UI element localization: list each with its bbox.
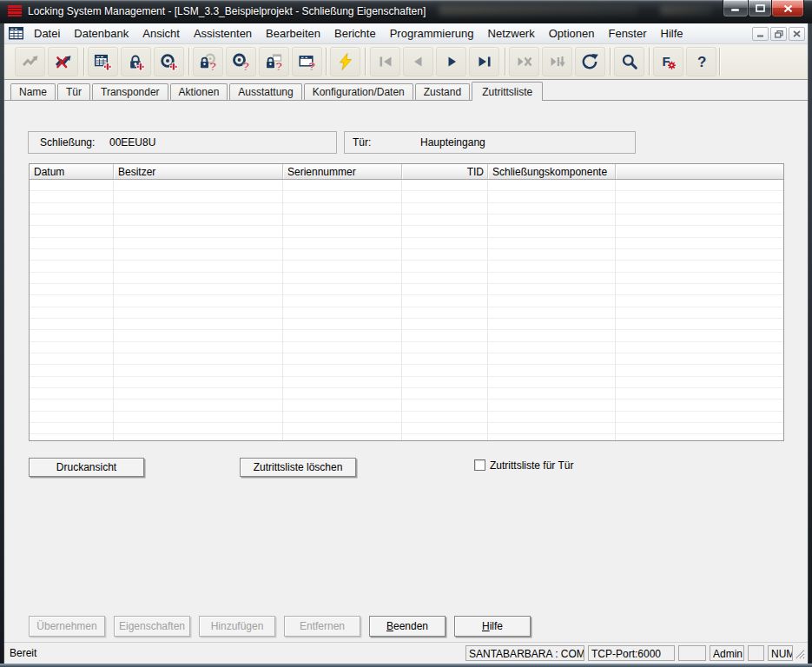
svg-text:?: ? [209,59,216,71]
next-record-icon [443,53,460,70]
tab-transponder[interactable]: Transponder [92,83,168,100]
last-record-icon [476,53,493,70]
menu-netzwerk[interactable]: Netzwerk [481,24,542,43]
read-lock-button[interactable]: ? [193,47,223,76]
status-ready: Bereit [10,647,36,659]
maximize-button[interactable] [748,0,772,17]
door-field: Tür: Haupteingang [344,131,636,154]
read-dialog-icon: ? [298,53,316,71]
new-transponder-button[interactable] [154,47,184,76]
new-lock-button[interactable] [121,47,151,76]
toolbar: ? ? ? ? [4,44,808,80]
delete-access-list-button[interactable]: Zutrittsliste löschen [240,458,356,477]
add-button: Hinzufügen [199,616,275,637]
close-icon [783,4,793,13]
lock-field: Schließung: 00EEU8U [28,131,337,154]
search-icon [621,53,638,70]
door-field-value: Haupteingang [420,136,485,149]
column-header-seriennummer[interactable]: Seriennummer [283,164,402,179]
menu-bar: Datei Datenbank Ansicht Assistenten Bear… [4,23,808,44]
column-header-schliessungskomponente[interactable]: Schließungskomponente [488,164,616,179]
column-header-datum[interactable]: Datum [30,164,114,179]
mdi-close-button[interactable] [789,27,805,41]
tab-name[interactable]: Name [10,83,56,100]
menu-hilfe[interactable]: Hilfe [654,24,690,43]
tab-ausstattung[interactable]: Ausstattung [229,83,301,100]
properties-button: Eigenschaften [114,616,190,637]
svg-text:?: ? [308,59,315,71]
save-record-button [542,47,572,76]
read-transponder-button[interactable]: ? [226,47,256,76]
previous-record-icon [410,53,427,70]
mdi-system-menu-icon[interactable] [9,27,23,40]
menu-datenbank[interactable]: Datenbank [67,24,135,43]
resize-grip[interactable] [794,648,805,659]
logout-button[interactable] [48,47,78,76]
column-header-empty[interactable] [616,164,783,179]
tab-zustand[interactable]: Zustand [415,83,470,100]
read-transponder-icon: ? [232,53,250,71]
minimize-icon [731,4,740,12]
status-server-com-port: SANTABARBARA : COM9 [465,645,584,661]
login-icon [22,53,39,70]
new-locking-system-button[interactable] [88,47,118,76]
help-icon: ? [693,53,710,70]
filter-settings-button[interactable]: F [653,47,683,76]
tab-zutrittsliste[interactable]: Zutrittsliste [472,82,543,101]
tab-tuer[interactable]: Tür [57,83,90,100]
program-button[interactable] [330,47,360,76]
menu-bearbeiten[interactable]: Bearbeiten [259,24,327,43]
mdi-minimize-button[interactable] [752,27,769,41]
access-list-for-door-checkbox[interactable] [474,459,485,471]
filter-settings-icon: F [660,53,677,70]
print-view-button[interactable]: Druckansicht [29,458,144,477]
maximize-icon [756,4,765,12]
read-lock-data-button[interactable]: ? [259,47,289,76]
menu-programmierung[interactable]: Programmierung [383,24,481,43]
glass-reflection [439,5,638,16]
quit-button[interactable]: Beenden [369,616,446,637]
remove-button: Entfernen [284,616,360,637]
read-dialog-button[interactable]: ? [292,47,322,76]
refresh-button[interactable] [575,47,605,76]
svg-text:F: F [662,54,670,69]
column-header-besitzer[interactable]: Besitzer [114,164,283,179]
read-lock-icon: ? [199,53,217,71]
window-title: Locking System Management - [LSM_3.3_Bei… [28,5,426,17]
access-list-table: Datum Besitzer Seriennummer TID Schließu… [29,163,784,441]
window-frame-bottom [0,664,812,667]
new-locking-system-icon [94,53,112,71]
close-button[interactable] [771,0,804,17]
first-record-icon [377,53,394,70]
door-field-label: Tür: [353,136,420,149]
menu-datei[interactable]: Datei [27,24,67,43]
tab-konfiguration-daten[interactable]: Konfiguration/Daten [304,83,413,100]
status-user: Admin [710,645,744,661]
menu-ansicht[interactable]: Ansicht [135,24,187,43]
lock-field-value: 00EEU8U [109,136,155,149]
search-button[interactable] [614,47,644,76]
logout-icon [55,53,72,70]
help-button[interactable]: ? [686,47,716,76]
previous-record-button [403,47,433,76]
help-footer-button[interactable]: Hilfe [454,616,531,637]
mdi-restore-icon [775,30,783,38]
table-body[interactable] [30,180,783,440]
tab-aktionen[interactable]: Aktionen [170,83,228,100]
refresh-icon [582,53,599,70]
last-record-button[interactable] [469,47,499,76]
minimize-button[interactable] [723,0,749,17]
program-flash-icon [337,53,354,70]
status-empty-1 [678,645,706,661]
menu-assistenten[interactable]: Assistenten [187,24,259,43]
new-lock-icon [127,53,145,71]
access-list-for-door-label: Zutrittsliste für Tür [490,459,573,472]
cancel-record-icon [516,53,533,70]
mdi-restore-button[interactable] [770,27,787,41]
next-record-button[interactable] [436,47,466,76]
menu-berichte[interactable]: Berichte [327,24,383,43]
column-header-tid[interactable]: TID [402,164,488,179]
table-header-row: Datum Besitzer Seriennummer TID Schließu… [30,164,783,180]
menu-fenster[interactable]: Fenster [601,24,653,43]
menu-optionen[interactable]: Optionen [542,24,602,43]
